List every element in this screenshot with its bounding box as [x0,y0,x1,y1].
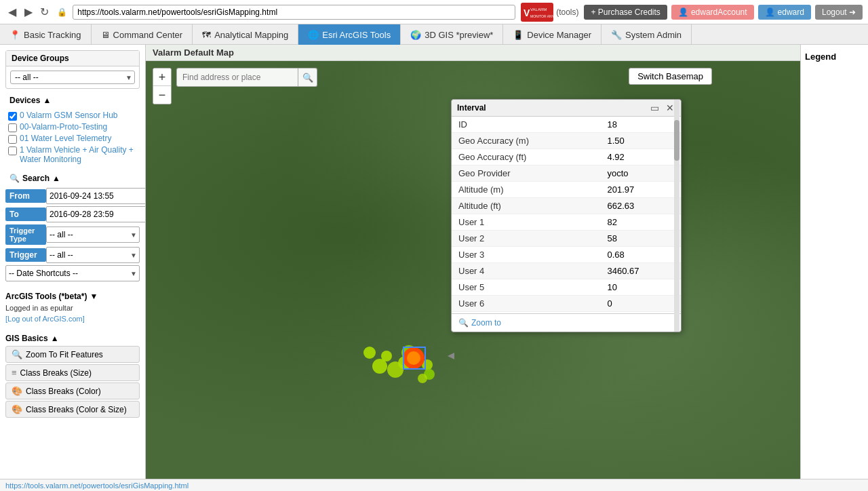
tab-3d-gis[interactable]: 🌍 3D GIS *preview* [401,24,503,45]
url-bar[interactable] [73,5,515,20]
trigger-select[interactable]: -- all -- [46,247,140,263]
list-item[interactable]: 01 Water Level Telemetry [8,134,137,144]
table-cell-key: Geo Accuracy (ft) [452,149,600,165]
device-checkbox-1[interactable] [8,123,17,132]
arcgis-logout-link[interactable]: [Log out of ArcGIS.com] [5,313,140,324]
device-checkbox-3[interactable] [8,146,17,155]
scrollbar-track[interactable] [674,117,679,313]
table-cell-value: 662.63 [600,198,681,214]
device-link-3[interactable]: 1 Valarm Vehicle + Air Quality + Water M… [20,145,137,164]
marker-arrow [448,353,454,359]
from-input[interactable] [46,188,146,204]
table-row: Geo Accuracy (ft)4.92 [452,149,681,165]
to-label: To [5,208,46,221]
map-container[interactable]: Valarm Default Map + − 🔍 Switch Basemap [146,45,800,491]
date-shortcuts-select[interactable]: -- Date Shortcuts -- [5,265,140,281]
svg-text:V: V [524,7,530,18]
arcgis-section: ArcGIS Tools (*beta*) ▼ Logged in as epu… [5,288,140,327]
table-row: ID18 [452,117,681,133]
account-button[interactable]: 👤 edwardAccount [671,5,754,20]
zoom-icon: 🔍 [458,318,469,328]
map-search-input[interactable] [176,68,298,87]
table-row: User 43460.67 [452,263,681,279]
trigger-row: Trigger -- all -- ▼ [5,247,140,263]
from-label: From [5,189,46,203]
table-cell-value: 0 [600,296,681,312]
browser-topbar: ◀ ▶ ↻ 🔒 V VALARM MONITOR ANYTHING (tools… [0,0,868,24]
collapse-icon: ▲ [43,96,51,105]
device-groups-label: Device Groups [12,54,69,63]
info-popup-footer[interactable]: 🔍 Zoom to [452,313,681,332]
arcgis-info: Logged in as epultar [5,302,140,313]
device-groups-select[interactable]: -- all -- [10,71,135,84]
map-search: 🔍 [176,68,317,87]
wrench-icon: 🔧 [611,30,622,40]
switch-basemap-button[interactable]: Switch Basemap [629,68,712,85]
zoom-fit-button[interactable]: 🔍 Zoom To Fit Features [5,346,140,363]
trigger-type-select[interactable]: -- all -- [46,227,140,243]
zoom-out-button[interactable]: − [153,86,171,104]
device-link-0[interactable]: 0 Valarm GSM Sensor Hub [20,111,118,120]
gis-basics-header[interactable]: GIS Basics ▲ [5,331,140,345]
marker[interactable] [363,347,376,359]
table-row: User 182 [452,214,681,231]
class-breaks-color-size-button[interactable]: 🎨 Class Breaks (Color & Size) [5,401,140,418]
table-cell-key: User 5 [452,279,600,296]
to-input[interactable] [46,206,146,222]
user-icon: 👤 [765,7,775,17]
scrollbar-thumb[interactable] [674,120,679,161]
lock-icon: 🔒 [57,7,67,17]
popup-minimize-button[interactable]: ▭ [649,102,660,113]
devices-label: Devices [9,96,40,105]
logo: V VALARM MONITOR ANYTHING (tools) [521,3,578,22]
popup-title: Interval [457,103,486,113]
tab-analytical-mapping[interactable]: 🗺 Analytical Mapping [193,24,298,45]
arcgis-collapse-icon: ▼ [90,292,98,301]
table-cell-key: Altitude (ft) [452,198,600,214]
back-button[interactable]: ◀ [5,4,19,20]
marker[interactable] [381,351,392,361]
device-groups-header[interactable]: Device Groups [6,51,139,66]
table-row: User 258 [452,231,681,247]
palette-icon: 🎨 [12,386,22,396]
devices-header[interactable]: Devices ▲ [5,93,140,108]
table-cell-key: ID [452,117,600,133]
device-checkbox-2[interactable] [8,135,17,144]
pin-icon: 📍 [9,30,20,40]
magnifier-icon: 🔍 [12,349,22,359]
search-icon: 🔍 [9,174,20,183]
device-link-2[interactable]: 01 Water Level Telemetry [20,134,111,143]
logout-button[interactable]: Logout ➜ [815,5,863,20]
table-cell-key: User 4 [452,263,600,279]
table-cell-value: 18 [600,117,681,133]
class-breaks-size-button[interactable]: ≡ Class Breaks (Size) [5,364,140,381]
device-checkbox-0[interactable] [8,112,17,121]
tab-system-admin[interactable]: 🔧 System Admin [601,24,692,45]
user-button[interactable]: 👤 edward [758,5,811,20]
zoom-in-button[interactable]: + [153,68,171,86]
marker[interactable] [418,374,427,383]
tab-basic-tracking[interactable]: 📍 Basic Tracking [0,24,92,45]
valarm-logo: V VALARM MONITOR ANYTHING [521,3,553,22]
search-header[interactable]: 🔍 Search ▲ [5,171,140,186]
trigger-type-row: Trigger Type -- all -- ▼ [5,224,140,245]
arcgis-header[interactable]: ArcGIS Tools (*beta*) ▼ [5,290,140,302]
svg-text:MONITOR ANYTHING: MONITOR ANYTHING [530,14,553,18]
list-item[interactable]: 0 Valarm GSM Sensor Hub [8,111,137,121]
tab-device-manager[interactable]: 📱 Device Manager [503,24,601,45]
device-link-1[interactable]: 00-Valarm-Proto-Testing [20,122,107,132]
tab-command-center[interactable]: 🖥 Command Center [92,24,193,45]
table-cell-value: 201.97 [600,182,681,198]
list-item[interactable]: 1 Valarm Vehicle + Air Quality + Water M… [8,145,137,164]
earth-icon: 🌍 [410,30,421,40]
map-search-button[interactable]: 🔍 [298,68,317,87]
purchase-credits-button[interactable]: + Purchase Credits [584,5,667,20]
device-icon: 📱 [513,30,524,40]
nav-tabs: 📍 Basic Tracking 🖥 Command Center 🗺 Anal… [0,24,868,45]
tab-esri-arcgis[interactable]: 🌐 Esri ArcGIS Tools [298,24,401,45]
refresh-button[interactable]: ↻ [37,4,52,20]
forward-button[interactable]: ▶ [22,4,35,20]
class-breaks-color-button[interactable]: 🎨 Class Breaks (Color) [5,382,140,399]
list-item[interactable]: 00-Valarm-Proto-Testing [8,122,137,132]
monitor-icon: 🖥 [101,30,110,40]
